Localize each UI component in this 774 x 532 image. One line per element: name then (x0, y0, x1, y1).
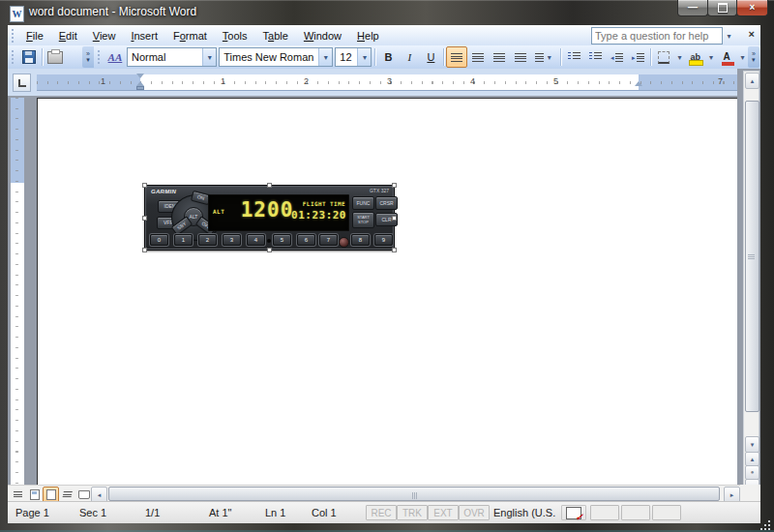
minimize-button[interactable]: — (677, 0, 708, 16)
garmin-lcd-display: ALT 1200 FLIGHT TIME 01:23:20 (208, 194, 349, 231)
ruler-num-3: 3 (387, 76, 392, 86)
highlight-button[interactable]: ab (685, 46, 706, 68)
font-combo[interactable]: Times New Roman ▾ (219, 47, 333, 67)
style-dropdown-icon[interactable]: ▾ (202, 48, 216, 66)
highlight-dropdown-icon[interactable]: ▾ (706, 47, 716, 67)
embedded-image-wrapper[interactable]: GARMIN GTX 327 IDENT VFR ON ALT SBY OFF … (144, 185, 395, 251)
justify-button[interactable] (510, 46, 531, 68)
scroll-down-button[interactable]: ▾ (745, 436, 759, 453)
menu-format[interactable]: Format (165, 27, 215, 44)
status-language[interactable]: English (U.S. (493, 507, 555, 518)
lcd-mode-label: ALT (213, 208, 224, 215)
garmin-key-9: 9 (374, 234, 393, 246)
formatting-toolbar-grip[interactable] (97, 50, 102, 64)
help-dropdown-icon[interactable]: ▾ (723, 27, 735, 44)
selection-handle-mid-right[interactable] (392, 216, 397, 221)
align-left-button[interactable] (446, 46, 467, 68)
browse-object-icon: ● (751, 469, 755, 476)
garmin-transponder-image: GARMIN GTX 327 IDENT VFR ON ALT SBY OFF … (144, 185, 395, 251)
selection-handle-top-right[interactable] (392, 183, 397, 188)
select-browse-object-button[interactable]: ● (745, 465, 759, 480)
status-at: At 1" (209, 507, 231, 518)
menubar-close-icon[interactable]: × (749, 28, 755, 40)
window-resize-grip[interactable] (760, 520, 770, 530)
scroll-up-button[interactable]: ▴ (745, 73, 759, 89)
status-trk-toggle[interactable]: TRK (397, 505, 428, 520)
selection-handle-top-left[interactable] (142, 183, 147, 188)
menu-insert[interactable]: Insert (123, 27, 165, 44)
menu-view[interactable]: View (85, 27, 124, 44)
menu-window[interactable]: Window (296, 27, 349, 44)
increase-indent-button[interactable]: ▸ (627, 46, 648, 68)
menubar-grip[interactable] (11, 29, 15, 43)
print-button[interactable] (45, 46, 66, 68)
numbered-list-button[interactable] (563, 46, 584, 68)
underline-button[interactable]: U (420, 46, 441, 68)
help-question-input[interactable] (591, 27, 723, 44)
check-icon: ✓ (576, 512, 583, 522)
selection-handle-mid-left[interactable] (142, 216, 147, 221)
title-bar[interactable]: W word document - Microsoft Word — × (0, 0, 774, 25)
formatting-toolbar-options-button[interactable]: » ▾ (748, 46, 759, 68)
menu-edit[interactable]: Edit (51, 27, 85, 44)
word-logo-icon[interactable]: W (10, 6, 24, 22)
maximize-button[interactable] (707, 0, 737, 16)
border-button[interactable] (653, 46, 674, 68)
save-button[interactable] (18, 46, 40, 68)
menu-file[interactable]: File (18, 27, 51, 44)
styles-and-formatting-button[interactable]: AA (104, 46, 126, 68)
scrollbar-corner (740, 485, 760, 501)
line-spacing-button[interactable]: ▾ (531, 46, 558, 68)
thumb-grip (412, 492, 417, 499)
selection-handle-bottom-right[interactable] (392, 248, 397, 252)
selection-handle-bottom-center[interactable] (267, 248, 272, 252)
lcd-flight-time-value: 01:23:20 (291, 209, 346, 222)
style-combo[interactable]: Normal ▾ (127, 47, 217, 67)
font-color-dropdown-icon[interactable]: ▾ (737, 47, 747, 67)
spell-check-status[interactable]: ✓ (561, 505, 586, 520)
first-line-indent-marker[interactable] (136, 74, 144, 78)
stop-label: STOP (358, 221, 369, 225)
bulleted-list-button[interactable] (584, 46, 606, 68)
reading-layout-icon (78, 490, 90, 499)
vertical-ruler[interactable] (11, 98, 24, 485)
horizontal-scrollbar-thumb[interactable] (108, 487, 720, 501)
standard-toolbar-grip[interactable] (11, 50, 15, 64)
align-right-icon (493, 53, 505, 62)
status-ovr-toggle[interactable]: OVR (459, 505, 490, 520)
align-center-button[interactable] (467, 46, 489, 68)
right-indent-marker[interactable] (635, 81, 642, 86)
left-indent-marker[interactable] (136, 86, 144, 90)
horizontal-scrollbar-track[interactable] (106, 487, 722, 501)
status-line: Ln 1 (265, 507, 285, 518)
border-dropdown-icon[interactable]: ▾ (674, 47, 684, 67)
spell-check-icon: ✓ (566, 507, 581, 519)
selection-handle-bottom-left[interactable] (142, 248, 147, 252)
font-color-button[interactable]: A (716, 46, 737, 68)
garmin-key-0: 0 (150, 234, 168, 246)
document-page[interactable]: GARMIN GTX 327 IDENT VFR ON ALT SBY OFF … (37, 98, 737, 485)
garmin-key-5: 5 (273, 234, 291, 246)
status-ext-toggle[interactable]: EXT (428, 505, 459, 520)
menu-help[interactable]: Help (349, 27, 387, 44)
font-dropdown-icon[interactable]: ▾ (318, 48, 332, 66)
window-title: word document - Microsoft Word (29, 5, 196, 18)
tab-selector-button[interactable] (13, 74, 31, 92)
close-button[interactable]: × (736, 0, 768, 16)
horizontal-ruler[interactable]: 1 1 2 3 4 5 7 (37, 74, 741, 90)
vertical-scrollbar-thumb[interactable] (745, 101, 759, 412)
decrease-indent-button[interactable]: ◂ (606, 46, 627, 68)
menu-table[interactable]: Table (255, 27, 296, 44)
italic-button[interactable]: I (399, 46, 420, 68)
bold-button[interactable]: B (377, 46, 399, 68)
font-size-combo[interactable]: 12 ▾ (335, 47, 372, 67)
selection-handle-top-center[interactable] (267, 183, 272, 188)
standard-toolbar-options-button[interactable]: » ▾ (82, 46, 94, 68)
previous-page-button[interactable]: ▴ (745, 452, 759, 466)
line-spacing-dropdown-icon[interactable]: ▾ (544, 47, 554, 67)
align-right-button[interactable] (489, 46, 510, 68)
vertical-scrollbar[interactable]: ▴ ▾ ▴ ● ▾ (743, 71, 759, 493)
menu-tools[interactable]: Tools (215, 27, 255, 44)
font-size-dropdown-icon[interactable]: ▾ (357, 48, 371, 66)
status-rec-toggle[interactable]: REC (366, 505, 397, 520)
